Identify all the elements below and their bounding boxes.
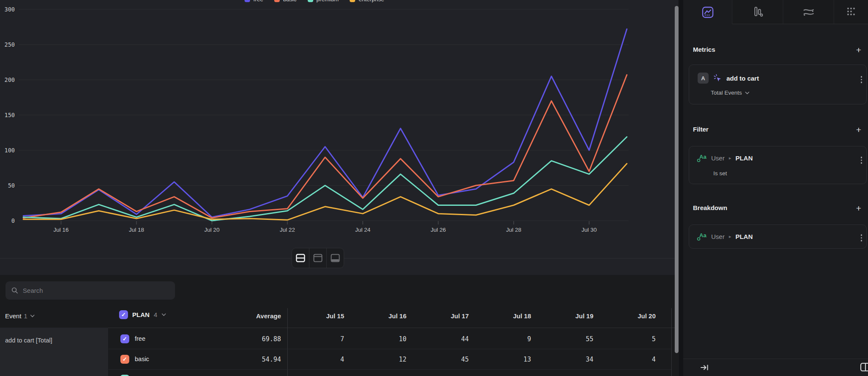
metric-event-name: add to cart xyxy=(726,75,759,82)
plan-count: 4 xyxy=(154,311,157,318)
svg-text:150: 150 xyxy=(5,112,15,118)
date-column-header: Jul 18 xyxy=(484,312,531,320)
breakdown-scope: User xyxy=(711,233,725,240)
add-metric-button[interactable]: + xyxy=(854,46,863,55)
event-header-label: Event xyxy=(5,312,21,320)
query-builder-sidebar: Metrics + A add to cart Total Events xyxy=(683,0,868,376)
average-value: 69.88 xyxy=(234,335,281,343)
event-count: 1 xyxy=(24,312,27,320)
legend-swatch xyxy=(308,0,313,2)
svg-text:Jul 22: Jul 22 xyxy=(280,227,295,233)
plan-header-label: PLAN xyxy=(132,311,150,318)
tab-funnels[interactable] xyxy=(732,0,783,24)
text-property-icon: Aa xyxy=(697,231,707,241)
search-icon xyxy=(11,287,18,294)
plan-label: basic xyxy=(135,356,149,362)
legend-item-premium[interactable]: premium xyxy=(308,0,339,3)
cell-value: 12 xyxy=(360,356,406,363)
svg-text:Jul 18: Jul 18 xyxy=(129,227,144,233)
main-area: 050100150200250300Jul 16Jul 18Jul 20Jul … xyxy=(0,0,678,376)
apps-grid-dots-icon xyxy=(845,6,857,18)
cell-value: 4 xyxy=(609,356,656,363)
chevron-down-icon xyxy=(30,314,35,317)
series-line-enterprise xyxy=(23,164,627,220)
filter-scope: User xyxy=(711,154,725,162)
layout-toggle-group xyxy=(292,248,344,268)
search-box[interactable] xyxy=(6,281,175,300)
svg-text:250: 250 xyxy=(5,41,15,48)
breakdown-options-kebab[interactable] xyxy=(859,233,864,243)
metric-options-kebab[interactable] xyxy=(859,74,864,85)
funnel-bars-icon xyxy=(751,6,764,18)
flows-waves-icon xyxy=(802,6,815,18)
panel-gap xyxy=(679,0,683,376)
legend-label: enterprise xyxy=(359,0,384,3)
table-row-free: ✓free69.88710449555 xyxy=(0,329,678,349)
legend-item-free[interactable]: free xyxy=(245,0,263,3)
table-bottom-layout-icon xyxy=(330,253,341,263)
chart-top-layout-icon xyxy=(312,253,323,263)
cell-value: 10 xyxy=(360,335,406,343)
event-column-header[interactable]: Event 1 xyxy=(5,312,35,320)
filter-section-header: Filter xyxy=(693,126,709,133)
date-column-header: Jul 17 xyxy=(422,312,469,320)
tab-flows[interactable] xyxy=(783,0,834,24)
filter-card[interactable]: Aa User ▸ PLAN Is set xyxy=(689,146,867,184)
metric-measure-label: Total Events xyxy=(711,90,742,96)
chart-panel: 050100150200250300Jul 16Jul 18Jul 20Jul … xyxy=(0,0,678,275)
tab-more-apps[interactable] xyxy=(834,0,868,24)
table-row-basic: ✓basic54.944124513344 xyxy=(0,349,678,369)
average-column-header: Average xyxy=(239,312,281,320)
tab-insights[interactable] xyxy=(683,0,732,24)
cell-value: 13 xyxy=(484,356,531,363)
date-column-header: Jul 16 xyxy=(360,312,406,320)
cell-value: 7 xyxy=(298,335,344,343)
cell-value: 45 xyxy=(422,356,469,363)
breadcrumb-arrow-icon: ▸ xyxy=(729,234,732,239)
svg-text:Jul 30: Jul 30 xyxy=(581,227,597,233)
legend-swatch xyxy=(274,0,280,2)
metric-series-badge: A xyxy=(698,73,709,84)
vertical-scrollbar[interactable] xyxy=(675,6,679,353)
legend-swatch xyxy=(245,0,250,2)
arrow-to-right-icon xyxy=(699,362,709,373)
layout-chart-top-button[interactable] xyxy=(309,248,326,268)
cell-value: 5 xyxy=(609,335,656,343)
panel-layout-button[interactable] xyxy=(860,362,868,374)
search-input[interactable] xyxy=(23,287,169,294)
add-filter-button[interactable]: + xyxy=(854,126,863,135)
layout-table-bottom-button[interactable] xyxy=(326,248,344,268)
collapse-sidebar-button[interactable] xyxy=(699,362,709,374)
svg-text:Jul 20: Jul 20 xyxy=(204,227,220,233)
series-line-premium xyxy=(23,137,627,221)
plan-column-header[interactable]: ✓ PLAN 4 xyxy=(119,310,166,319)
insights-line-chart-icon xyxy=(701,6,714,19)
line-chart[interactable]: 050100150200250300Jul 16Jul 18Jul 20Jul … xyxy=(0,0,678,255)
breakdown-card[interactable]: Aa User ▸ PLAN xyxy=(689,224,867,249)
split-layout-icon xyxy=(295,253,306,263)
legend-swatch xyxy=(350,0,355,2)
plan-checkbox-free[interactable]: ✓ xyxy=(120,334,129,343)
legend-item-basic[interactable]: basic xyxy=(274,0,297,3)
sidebar-footer-divider xyxy=(683,359,868,359)
legend-label: premium xyxy=(317,0,339,3)
svg-text:50: 50 xyxy=(8,182,15,189)
metric-measure-dropdown[interactable]: Total Events xyxy=(711,90,749,96)
svg-text:Aa: Aa xyxy=(699,154,707,160)
chevron-down-icon xyxy=(161,313,166,316)
plan-checkbox-basic[interactable]: ✓ xyxy=(120,355,129,364)
date-column-header: Jul 15 xyxy=(298,312,344,320)
cell-value: 4 xyxy=(298,356,344,363)
legend-item-enterprise[interactable]: enterprise xyxy=(350,0,384,3)
series-line-free xyxy=(23,29,627,217)
add-breakdown-button[interactable]: + xyxy=(854,204,863,213)
table-row-premium: ✓premium33.0053235230 xyxy=(0,369,678,376)
legend-label: free xyxy=(253,0,263,3)
filter-operator[interactable]: Is set xyxy=(713,170,727,177)
table-header-row: Event 1 ✓ PLAN 4 Average Jul 15Jul 16Jul… xyxy=(0,306,678,328)
filter-options-kebab[interactable] xyxy=(859,155,864,166)
sidebar-tabbar xyxy=(683,0,868,24)
plan-select-all-checkbox[interactable]: ✓ xyxy=(119,310,128,319)
layout-split-button[interactable] xyxy=(292,248,309,268)
metric-card[interactable]: A add to cart Total Events xyxy=(689,65,867,104)
